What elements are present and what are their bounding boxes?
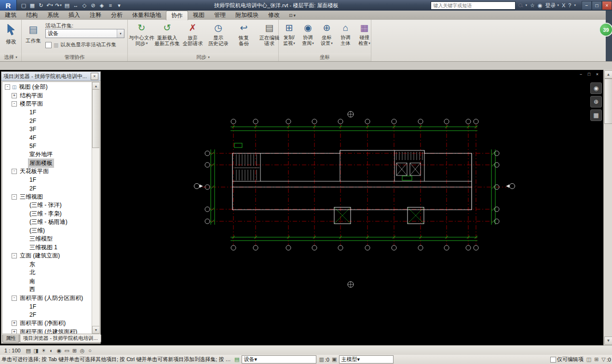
default-3d-view-icon[interactable]: ◈▾ (98, 1, 106, 10)
editing-requests-count[interactable]: ▥ :0 (319, 356, 329, 363)
open-icon[interactable]: ▢▾ (20, 1, 27, 10)
tree-expander-icon[interactable]: - (12, 194, 17, 200)
browser-tree-item[interactable]: ◫ 4F (2, 134, 92, 142)
chevron-down-icon[interactable]: ▾ (357, 356, 360, 363)
measure-icon[interactable]: ↔▾ (72, 1, 80, 10)
browser-tree-item[interactable]: ◫ 三维模型 (2, 235, 92, 243)
ribbon-tab[interactable]: 体量和场地 (127, 11, 166, 20)
reveal-hidden-elements-icon[interactable]: ○ (86, 347, 94, 354)
browser-tree-item[interactable]: ◫ 室外地坪 (2, 150, 92, 159)
chevron-down-icon[interactable]: ▾ (254, 356, 257, 363)
scroll-down-icon[interactable]: ▼ (92, 326, 100, 334)
ribbon-tab[interactable]: 结构 (21, 11, 42, 20)
search-input[interactable] (433, 2, 514, 9)
browser-tree-item[interactable]: + ◫ 面积平面 (总建筑面积) (2, 328, 92, 334)
browser-tree-item[interactable]: ◫ 三维视图 1 (2, 243, 92, 252)
steering-wheel-icon[interactable]: ◉ (590, 82, 602, 94)
ribbon-tab[interactable]: 注释 (85, 11, 106, 20)
scrollbar-thumb[interactable] (604, 79, 612, 124)
ribbon-tab[interactable]: 插入 (64, 11, 85, 20)
synchronize-panel-label[interactable]: 同步▾ (128, 53, 278, 61)
browser-tree-item[interactable]: ◫ 2F (2, 117, 92, 125)
detail-level-icon[interactable]: ▤ (25, 347, 32, 354)
browser-tree-item[interactable]: ◫ 1F (2, 108, 92, 117)
search-dropdown-icon[interactable]: ▾ (526, 3, 528, 7)
view-close-button[interactable]: × (594, 71, 600, 77)
project-browser-titlebar[interactable]: 项目浏览器 - 技师学院机电培训中... × (1, 72, 100, 81)
browser-tree-item[interactable]: - ◫ 面积平面 (人防分区面积) (2, 294, 92, 303)
select-panel-label[interactable]: 选择▾ (0, 53, 21, 61)
sync-with-central-button[interactable]: ↻ 与中心文件 同步 ▾ (129, 20, 154, 55)
browser-tree-item[interactable]: ◫ 2F (2, 311, 92, 320)
sign-in-button[interactable]: 登录▾ (545, 2, 559, 9)
browser-tree-item[interactable]: + ◫ 结构平面 (2, 92, 92, 100)
worksets-button[interactable]: ▤ 工作集 (23, 21, 43, 55)
undo-icon[interactable]: ↶▾ (46, 1, 54, 10)
tree-expander-icon[interactable]: - (12, 101, 17, 107)
browser-tree-item[interactable]: + ◫ 面积平面 (净面积) (2, 319, 92, 328)
browser-tree-item[interactable]: ◫ (三维 - 李枭) (2, 210, 92, 218)
gray-inactive-worksets-checkbox[interactable]: ▥ 以灰色显示非活动工作集 (45, 41, 124, 48)
browser-tree-item[interactable]: ◫ (三维 - 杨雨迪) (2, 218, 92, 227)
browser-tree-item[interactable]: - ◫ 立面 (建筑立面) (2, 252, 92, 260)
tree-expander-icon[interactable]: - (12, 169, 17, 174)
ribbon-tab[interactable]: 系统 (42, 11, 64, 20)
ribbon-tab[interactable]: 管理 (209, 11, 231, 20)
coordination-settings-button[interactable]: ⊕ 坐标 设置 ▾ (317, 20, 336, 55)
favorites-star-icon[interactable]: ☆ (530, 2, 535, 9)
close-icon[interactable]: × (91, 73, 98, 80)
scrollbar-thumb[interactable] (92, 89, 100, 148)
scroll-up-icon[interactable]: ▲ (92, 82, 100, 90)
reload-latest-button[interactable]: ↺ 重新载入 最新工作集 ▾ (154, 20, 180, 55)
selection-filter-count[interactable]: ▽ :0 (601, 356, 611, 363)
ribbon-display-toggle[interactable]: ⊡▾ (287, 11, 298, 20)
browser-tree-item[interactable]: ◫ 南 (2, 277, 92, 286)
ribbon-tab[interactable]: 视图 (188, 11, 209, 20)
view-scale-button[interactable]: 1 : 100 (2, 348, 23, 353)
show-rendering-dialog-icon[interactable]: ◉ (55, 347, 63, 354)
vertical-scrollbar[interactable]: ▲ ▼ (603, 70, 612, 345)
visual-style-icon[interactable]: ◨ (32, 347, 40, 354)
scroll-up-icon[interactable]: ▲ (604, 70, 612, 79)
design-option-select[interactable]: 主模型 ▾ (339, 355, 394, 364)
exchange-apps-icon[interactable]: X (562, 2, 565, 8)
restore-backup-button[interactable]: ↩ 恢复 备份 ▾ (231, 20, 257, 55)
browser-tree-item[interactable]: ◫ (三维) (2, 227, 92, 235)
browser-tree-item[interactable]: - ◫ 天花板平面 (2, 167, 92, 176)
palette-tab[interactable]: 属性 (2, 335, 19, 343)
show-history-button[interactable]: ◷ 显示 历史记录 ▾ (205, 20, 231, 55)
infocenter-search[interactable] (431, 1, 516, 10)
checkbox[interactable] (45, 42, 52, 48)
ribbon-tab[interactable]: 分析 (106, 11, 127, 20)
thin-lines-icon[interactable]: ≡▾ (107, 1, 114, 10)
coordination-host-button[interactable]: ⌂ 协调 主体 ▾ (336, 20, 355, 55)
modify-button[interactable]: 修改 (1, 21, 21, 56)
ribbon-tab[interactable]: 协作 (166, 11, 188, 20)
browser-tree-item[interactable]: ◫ 屋面楼板 (2, 159, 92, 168)
shadows-icon[interactable]: ◐ (48, 347, 55, 354)
exclude-options-icon[interactable]: ◫ (586, 356, 591, 363)
customize-qat-icon[interactable]: ▾▾ (115, 1, 123, 10)
save-icon[interactable]: ▦▾ (28, 1, 36, 10)
application-menu-button[interactable]: R (0, 0, 17, 11)
browser-tree-item[interactable]: ◫ 北 (2, 269, 92, 277)
browser-tree-item[interactable]: ◫ (三维 - 张洋) (2, 201, 92, 210)
tree-expander-icon[interactable]: + (12, 93, 17, 98)
browser-tree-item[interactable]: ◫ 1F (2, 302, 92, 311)
crop-view-icon[interactable]: ▭ (63, 347, 71, 354)
ribbon-tab[interactable]: 附加模块 (231, 11, 263, 20)
tree-expander-icon[interactable]: - (12, 253, 17, 258)
print-icon[interactable]: ▤▾ (63, 1, 71, 10)
tag-icon[interactable]: ◇▾ (81, 1, 88, 10)
view-minimize-button[interactable]: − (578, 71, 584, 77)
chevron-down-icon[interactable]: ▾ (117, 29, 124, 38)
relinquish-all-button[interactable]: ✗ 放弃 全部请求 ▾ (180, 20, 205, 55)
ribbon-tab[interactable]: 修改 (263, 11, 285, 20)
redo-icon[interactable]: ↷▾ (54, 1, 62, 10)
browser-tree-item[interactable]: - ◫ 视图 (全部) (2, 83, 92, 92)
close-button[interactable]: × (602, 1, 612, 10)
editable-only-checkbox[interactable]: 仅可编辑项 (550, 356, 584, 363)
communication-center-icon[interactable]: ◉ (538, 2, 543, 9)
browser-tree-item[interactable]: ◫ 5F (2, 142, 92, 151)
minimize-button[interactable]: − (582, 1, 592, 10)
